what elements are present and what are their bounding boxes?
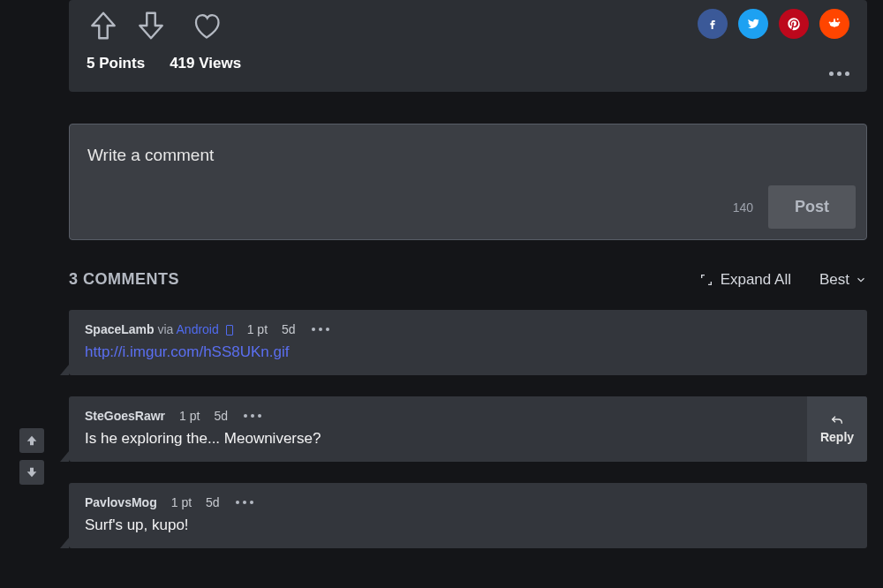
- comment-more-button[interactable]: [312, 328, 329, 331]
- more-dots-icon: [244, 414, 261, 418]
- sort-button[interactable]: Best: [819, 271, 867, 289]
- downvote-icon: [134, 9, 168, 42]
- reply-icon: [828, 414, 846, 428]
- comment-points: 1 pt: [247, 322, 268, 336]
- post-more-button[interactable]: [829, 72, 849, 76]
- share-pinterest-button[interactable]: [779, 9, 809, 39]
- reply-label: Reply: [820, 430, 854, 444]
- comment-age: 5d: [282, 322, 296, 336]
- comment-age: 5d: [214, 409, 228, 423]
- comment-item: PavlovsMog 1 pt 5d Surf's up, kupo!: [69, 483, 867, 548]
- upvote-button[interactable]: [87, 9, 120, 42]
- share-facebook-button[interactable]: [698, 9, 728, 39]
- points-label: 5 Points: [87, 55, 145, 72]
- more-dots-icon: [312, 328, 329, 331]
- comment-upvote-button[interactable]: [19, 428, 44, 453]
- heart-icon: [191, 10, 223, 41]
- comment-age: 5d: [206, 495, 220, 509]
- post-actions-card: 5 Points 419 Views: [69, 0, 867, 92]
- comment-platform-link[interactable]: Android: [177, 322, 219, 336]
- upvote-icon: [87, 9, 120, 42]
- comment-body-link[interactable]: http://i.imgur.com/hSS8UKn.gif: [85, 343, 290, 360]
- comment-author[interactable]: PavlovsMog: [85, 495, 157, 509]
- phone-icon: [226, 325, 233, 335]
- comment-more-button[interactable]: [244, 414, 261, 418]
- comment-item: SteGoesRawr 1 pt 5d Is he exploring the.…: [69, 396, 867, 462]
- share-twitter-button[interactable]: [738, 9, 768, 39]
- comment-author[interactable]: SteGoesRawr: [85, 409, 165, 423]
- pinterest-icon: [787, 17, 801, 31]
- comment-body: Is he exploring the... Meowniverse?: [85, 430, 798, 448]
- comment-author[interactable]: SpaceLamb: [85, 322, 155, 336]
- svg-point-4: [837, 19, 839, 20]
- views-label: 419 Views: [170, 55, 241, 72]
- expand-all-button[interactable]: Expand All: [699, 271, 791, 289]
- chevron-down-icon: [855, 274, 867, 286]
- comment-more-button[interactable]: [236, 501, 253, 504]
- comment-downvote-button[interactable]: [19, 460, 44, 485]
- share-reddit-button[interactable]: [819, 9, 849, 39]
- reply-button[interactable]: Reply: [807, 396, 867, 462]
- comments-count-title: 3 COMMENTS: [69, 270, 179, 289]
- svg-point-2: [838, 21, 840, 23]
- facebook-icon: [706, 17, 720, 31]
- downvote-icon: [25, 465, 39, 479]
- expand-icon: [699, 273, 713, 287]
- twitter-icon: [746, 17, 760, 31]
- comment-points: 1 pt: [171, 495, 192, 509]
- comment-body: Surf's up, kupo!: [85, 516, 851, 534]
- post-comment-button[interactable]: Post: [768, 185, 856, 229]
- reddit-icon: [826, 16, 842, 32]
- comment-via: via: [157, 322, 176, 336]
- expand-all-label: Expand All: [721, 271, 791, 289]
- upvote-icon: [25, 433, 39, 448]
- favorite-button[interactable]: [191, 10, 223, 41]
- downvote-button[interactable]: [134, 9, 168, 42]
- more-dots-icon: [236, 501, 253, 504]
- comment-item: SpaceLamb via Android 1 pt 5d http://i.i…: [69, 310, 867, 375]
- comment-compose-box[interactable]: Write a comment 140 Post: [69, 124, 867, 240]
- sort-label: Best: [819, 271, 849, 289]
- more-dots-icon: [829, 72, 849, 76]
- comment-placeholder: Write a comment: [87, 146, 849, 165]
- char-count: 140: [733, 200, 753, 215]
- comment-points: 1 pt: [179, 409, 200, 423]
- svg-point-3: [829, 21, 831, 23]
